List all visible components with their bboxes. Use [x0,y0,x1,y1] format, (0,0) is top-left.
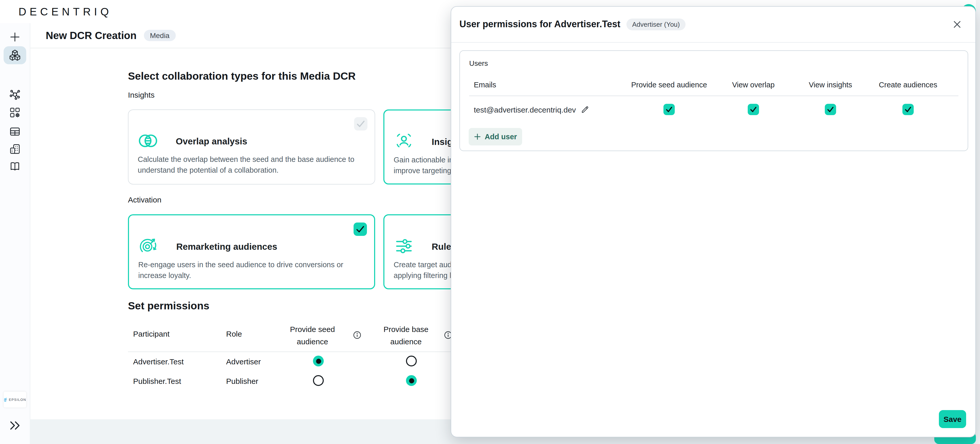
plus-icon [9,31,21,43]
user-row-email: test@advertiser.decentriq.dev [474,104,589,115]
radio-provide-seed-advertiser-selected[interactable] [313,356,324,366]
users-col-view-overlap: View overlap [712,81,794,89]
checkbox-view-overlap-checked[interactable] [748,104,759,115]
check-icon [904,105,913,114]
check-icon [749,105,758,114]
page-title: New DCR Creation [46,30,137,41]
edit-pencil-icon[interactable] [581,105,589,114]
dcr-type-badge: Media [144,30,175,41]
checkbox-provide-seed-checked[interactable] [663,104,675,115]
check-icon [826,105,835,114]
user-email: test@advertiser.decentriq.dev [474,105,576,114]
page-right-gutter [976,0,980,444]
sidebar-item-connections[interactable] [0,88,30,100]
add-user-label: Add user [485,132,517,141]
remarketing-target-icon [138,236,159,256]
perm-row-role: Advertiser [226,357,261,366]
close-icon [953,20,961,29]
users-card: Users Emails Provide seed audience View … [460,50,968,151]
sidebar-item-apps[interactable] [0,107,30,118]
book-icon [9,161,21,172]
users-col-create-audiences: Create audiences [867,81,949,89]
insights-person-icon [394,131,414,151]
app-root: DECENTRIQ [0,0,980,444]
users-col-provide-seed: Provide seed audience [628,81,710,89]
users-col-emails: Emails [474,81,496,89]
radio-provide-base-advertiser[interactable] [406,356,417,366]
modal-title: User permissions for Advertiser.Test [460,19,620,30]
decentriq-logo: DECENTRIQ [19,0,112,23]
double-chevron-right-icon [9,420,21,431]
network-icon [9,88,21,100]
sidebar-item-data-clean-rooms[interactable] [3,46,26,64]
card-checkbox-checked[interactable] [353,223,367,236]
modal-role-badge: Advertiser (You) [627,19,685,30]
perm-col-role: Role [226,329,242,338]
add-user-button[interactable]: Add user [469,128,522,145]
card-title: Remarketing audiences [176,242,277,252]
perm-col-provide-base: Provide base audience [370,323,442,348]
check-icon [665,105,674,114]
users-col-view-insights: View insights [789,81,872,89]
user-permissions-modal: User permissions for Advertiser.Test Adv… [451,6,976,437]
perm-row-role: Publisher [226,377,258,385]
buildings-icon [9,143,21,155]
plus-icon [474,133,481,140]
sidebar-item-documentation[interactable] [0,161,30,172]
checkbox-create-audiences-checked[interactable] [902,104,914,115]
users-label: Users [469,59,488,67]
save-button[interactable]: Save [939,410,966,428]
perm-row-participant: Publisher.Test [133,377,181,385]
sidebar-item-new-dcr[interactable] [0,31,30,43]
card-title: Overlap analysis [176,136,247,147]
cubes-icon [9,49,21,61]
card-description: Calculate the overlap between the seed a… [138,154,354,176]
close-button[interactable] [952,19,962,30]
sidebar: EPSILON [0,23,30,444]
check-icon [355,118,366,129]
radio-provide-base-publisher-selected[interactable] [406,375,417,386]
modal-header: User permissions for Advertiser.Test Adv… [451,7,975,43]
users-header-divider [469,95,958,96]
insights-section-label: Insights [128,91,154,99]
epsilon-brand-card: EPSILON [3,391,26,407]
sidebar-expand-button[interactable] [0,420,30,431]
perm-col-provide-seed: Provide seed audience [277,323,348,348]
epsilon-brand-text: EPSILON [9,398,26,401]
card-description: Re-engage users in the seed audience to … [138,259,343,281]
check-icon [355,224,366,235]
checkbox-view-insights-checked[interactable] [825,104,836,115]
sliders-icon [394,236,414,256]
sidebar-item-organization[interactable] [0,143,30,155]
collab-types-heading: Select collaboration types for this Medi… [128,70,356,82]
overlap-venn-icon [138,130,158,151]
info-icon[interactable] [353,331,361,339]
epsilon-logo-icon [3,397,8,403]
perm-col-participant: Participant [133,329,170,338]
set-permissions-heading: Set permissions [128,299,209,312]
card-overlap-analysis[interactable]: Overlap analysis Calculate the overlap b… [128,110,375,185]
activation-section-label: Activation [128,195,161,204]
perm-row-participant: Advertiser.Test [133,357,184,366]
card-checkbox-unchecked[interactable] [354,117,368,130]
sidebar-item-datasets[interactable] [0,126,30,137]
card-remarketing-audiences[interactable]: Remarketing audiences Re-engage users in… [128,214,375,289]
grid-gear-icon [9,107,21,118]
radio-provide-seed-publisher[interactable] [313,375,324,386]
table-icon [9,126,21,137]
